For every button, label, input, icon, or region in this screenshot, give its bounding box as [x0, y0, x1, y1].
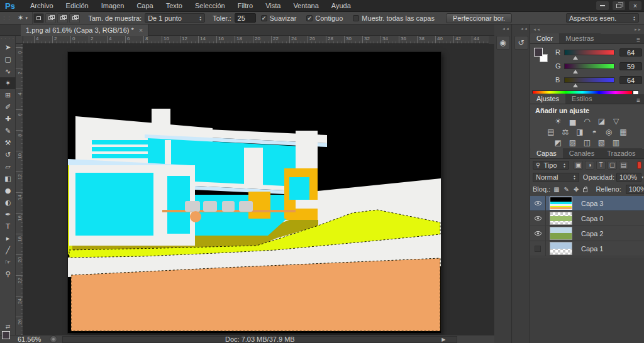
adjustment-color-balance-button[interactable]: ⚖ [560, 128, 570, 136]
eyedropper-tool[interactable]: ✐ [0, 101, 16, 113]
menu-filtro[interactable]: Filtro [231, 0, 259, 12]
status-circle-icon[interactable] [50, 335, 57, 343]
collapse-arrows-icon[interactable]: ◄◄ [494, 24, 511, 33]
clone-source-panel-button[interactable]: ◉ [496, 36, 510, 50]
layer-thumbnail[interactable] [550, 197, 572, 210]
adjustment-vibrance-button[interactable]: ▽ [611, 117, 621, 126]
dodge-tool[interactable]: ◐ [0, 197, 16, 209]
adjustment-selective-color-button[interactable]: ▥ [611, 138, 621, 147]
adjustment-color-lookup-button[interactable]: ▦ [618, 128, 628, 136]
sample-size-dropdown[interactable]: De 1 punto ▲▼ [145, 13, 205, 23]
layer-row-capa-1[interactable]: Capa 1 [530, 241, 644, 256]
panel-menu-icon[interactable]: ≡ [633, 36, 644, 43]
marquee-tool[interactable]: ▢ [0, 53, 16, 65]
minimize-button[interactable] [596, 1, 609, 10]
checkbox-muestr-todas-las-capas-box[interactable] [353, 15, 359, 21]
tab-canales[interactable]: Canales [563, 148, 601, 158]
checkbox-muestr-todas-las-capas[interactable]: Muestr. todas las capas [353, 14, 435, 22]
adjustment-black-white-button[interactable]: ◨ [575, 128, 585, 136]
adjustment-gradient-map-button[interactable]: ▧ [597, 138, 607, 147]
toolbar-grip[interactable]: · · · · [0, 36, 15, 41]
panel-menu-icon[interactable]: ≡ [633, 97, 644, 104]
clone-stamp-tool[interactable]: ⚒ [0, 137, 16, 149]
document-info-field[interactable]: Doc: 7.03 MB/37.9 MB ▶ [62, 336, 457, 343]
layer-visibility-toggle[interactable] [530, 241, 546, 256]
checkbox-contiguo-box[interactable]: ✓ [306, 15, 313, 21]
healing-brush-tool[interactable]: ✚ [0, 113, 16, 125]
brush-tool[interactable]: ✎ [0, 125, 16, 137]
adjustment-curves-button[interactable]: ◠ [582, 117, 592, 126]
adjustment-exposure-button[interactable]: ◪ [597, 117, 607, 126]
canvas-pasteboard[interactable] [23, 44, 494, 335]
filter-adjustment-layers-button[interactable]: ◑ [585, 161, 594, 170]
collapse-right-icon[interactable]: ►► [634, 28, 641, 34]
foreground-color-swatch[interactable] [2, 331, 10, 339]
history-brush-tool[interactable]: ↺ [0, 149, 16, 161]
pen-tool[interactable]: ✒ [0, 209, 16, 220]
blue-slider-thumb[interactable] [573, 84, 578, 87]
adjustment-levels-button[interactable]: ▅ [568, 117, 578, 126]
tolerance-input[interactable]: 25 [235, 13, 256, 23]
blur-tool[interactable]: ● [0, 185, 16, 197]
menu-seleccion[interactable]: Selección [189, 0, 231, 12]
menu-edicion[interactable]: Edición [60, 0, 95, 12]
tab-ajustes[interactable]: Ajustes [530, 94, 565, 104]
gradient-tool[interactable]: ◧ [0, 173, 16, 185]
intersect-selection-mode-button[interactable] [69, 13, 80, 23]
red-slider-thumb[interactable] [573, 56, 578, 60]
menu-ventana[interactable]: Ventana [287, 0, 325, 12]
document-canvas[interactable] [68, 52, 441, 333]
menu-capa[interactable]: Capa [130, 0, 159, 12]
layer-visibility-toggle[interactable] [530, 211, 546, 226]
tab-color[interactable]: Color [530, 33, 559, 43]
lock-pixels-icon[interactable]: ✎ [564, 186, 569, 193]
fill-dropdown[interactable]: 100% ▼ [626, 185, 644, 194]
red-slider[interactable] [564, 50, 614, 55]
add-selection-mode-button[interactable] [45, 13, 56, 23]
shape-tool[interactable]: ╱ [0, 244, 16, 256]
layer-thumbnail[interactable] [550, 212, 572, 225]
filter-pixel-layers-button[interactable]: ▣ [574, 161, 583, 170]
checkbox-contiguo[interactable]: ✓Contiguo [306, 14, 343, 22]
workspace-dropdown[interactable]: Aspectos esen. ▲▼ [566, 13, 639, 23]
lock-transparency-icon[interactable]: ▦ [553, 186, 559, 193]
crop-tool[interactable]: ⊞ [0, 89, 16, 101]
adjustment-brightness-contrast-button[interactable]: ☀ [553, 117, 564, 126]
foreground-color-swatch[interactable] [534, 48, 543, 57]
magic-wand-tool[interactable]: ✶ [0, 77, 16, 89]
layer-thumbnail[interactable] [550, 242, 572, 255]
layer-row-capa-2[interactable]: Capa 2 [530, 226, 644, 241]
zoom-level-field[interactable]: 61.56% [18, 335, 41, 343]
vertical-ruler[interactable]: 02468101214161820222426 [16, 44, 23, 335]
menu-archivo[interactable]: Archivo [24, 0, 60, 12]
blue-slider[interactable] [564, 77, 614, 83]
tab-capas[interactable]: Capas [530, 148, 563, 158]
lock-all-icon[interactable] [583, 188, 587, 192]
adjustment-channel-mixer-button[interactable]: ◎ [604, 128, 614, 136]
tab-trazados[interactable]: Trazados [601, 148, 641, 158]
blend-mode-dropdown[interactable]: Normal ▲▼ [533, 173, 579, 182]
lock-position-icon[interactable]: ✥ [574, 186, 579, 193]
refine-edge-button[interactable]: Perfeccionar bor. [446, 13, 512, 23]
layer-filter-toggle[interactable] [637, 161, 641, 169]
layer-filter-dropdown[interactable]: ⚲ Tipo ▲▼ [533, 161, 569, 170]
menu-imagen[interactable]: Imagen [95, 0, 131, 12]
green-value[interactable]: 59 [619, 62, 642, 70]
layer-row-capa-3[interactable]: Capa 3 [530, 196, 644, 211]
zoom-tool[interactable]: ⚲ [0, 268, 16, 280]
tab-muestras[interactable]: Muestras [559, 33, 600, 43]
adjustment-posterize-button[interactable]: ▨ [568, 138, 578, 147]
checkbox-suavizar[interactable]: ✓Suavizar [261, 14, 297, 22]
swap-colors-button[interactable]: ⇄ [0, 322, 16, 332]
filter-type-layers-button[interactable]: T [596, 161, 606, 170]
close-button[interactable]: × [629, 1, 641, 10]
layer-visibility-toggle[interactable] [530, 226, 546, 241]
adjustment-photo-filter-button[interactable]: ◓ [589, 128, 599, 136]
menu-vista[interactable]: Vista [259, 0, 287, 12]
type-tool[interactable]: T [0, 220, 16, 232]
tool-preset-picker[interactable]: ✶ ▼ [14, 12, 33, 24]
restore-button[interactable] [613, 1, 625, 10]
document-tab[interactable]: 1.png al 61.6% (Capa 3, RGB/16) * × [21, 24, 148, 36]
layer-row-capa-0[interactable]: Capa 0 [530, 211, 644, 226]
filter-shape-layers-button[interactable]: ▢ [608, 161, 617, 170]
